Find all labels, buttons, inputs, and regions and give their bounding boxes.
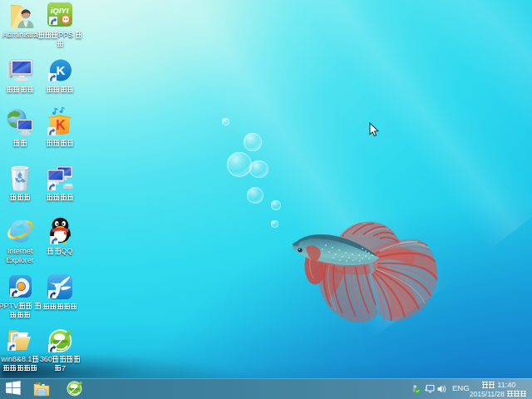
svg-text:K: K <box>57 63 66 77</box>
svg-text:K: K <box>56 118 66 132</box>
svg-text:iQIYI: iQIYI <box>51 6 69 15</box>
svg-text:e: e <box>8 217 32 244</box>
